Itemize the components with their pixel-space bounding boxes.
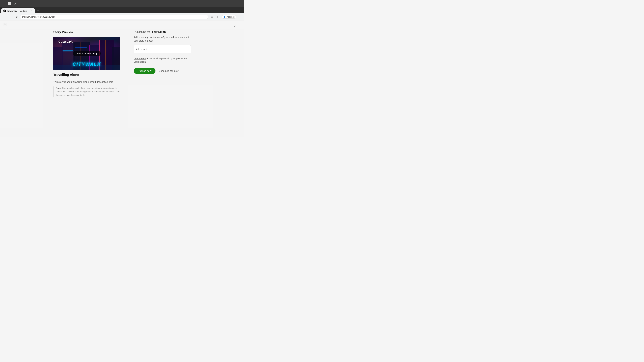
publish-actions: Publish now Schedule for later <box>134 68 191 74</box>
bookmark-button[interactable]: ☆ <box>210 14 214 19</box>
back-button[interactable]: ← <box>2 14 7 19</box>
address-input[interactable] <box>20 14 208 19</box>
story-note-label: Note: <box>56 87 62 89</box>
learn-more-text: Learn more about what happens to your po… <box>134 57 191 64</box>
topic-input[interactable] <box>134 45 191 53</box>
publishing-to-label: Publishing to: <box>134 30 150 33</box>
new-tab-button[interactable]: + <box>36 8 40 13</box>
page-content: M × Story Preview <box>0 20 244 137</box>
tab-favicon: M <box>3 9 6 12</box>
tab-title: New story – Medium <box>8 10 29 12</box>
forward-button[interactable]: → <box>8 14 13 19</box>
schedule-later-button[interactable]: Schedule for later <box>159 68 178 74</box>
active-tab[interactable]: M New story – Medium ✕ <box>1 8 35 13</box>
window-close[interactable]: ✕ <box>13 1 18 6</box>
window-controls: — ⬜ ✕ <box>2 1 18 6</box>
learn-more-link[interactable]: Learn more <box>134 57 146 60</box>
tab-bar: M New story – Medium ✕ + <box>0 7 244 13</box>
browser-chrome: — ⬜ ✕ <box>0 0 244 7</box>
address-bar: ← → ↻ ☆ ⊞ 👤 Incognito ⋮ <box>0 13 244 20</box>
change-preview-image-button[interactable]: Change preview image <box>73 51 101 56</box>
menu-button[interactable]: ⋮ <box>238 14 242 19</box>
story-note-content: Changes here will affect how your story … <box>56 87 120 96</box>
publishing-to-text: Publishing to: Fely Smith <box>134 30 191 33</box>
story-description: This story is about travelling alone, in… <box>53 80 120 84</box>
cocacola-text: Coca-Cola <box>58 40 73 43</box>
topics-description: Add or change topics (up to 5) so reader… <box>134 35 191 42</box>
incognito-badge: 👤 Incognito <box>222 15 236 18</box>
citywalk-text: CITYWALK <box>72 61 101 67</box>
story-note: Note: Changes here will affect how your … <box>53 86 120 97</box>
tab-close-button[interactable]: ✕ <box>30 9 33 12</box>
svg-rect-12 <box>75 47 87 48</box>
publishing-panel: Publishing to: Fely Smith Add or change … <box>134 30 191 97</box>
modal-overlay: × Story Preview <box>0 20 244 137</box>
window-minimize[interactable]: — <box>2 1 7 6</box>
incognito-label: Incognito <box>226 16 234 18</box>
author-name: Fely Smith <box>152 30 166 33</box>
modal-close-button[interactable]: × <box>232 24 238 29</box>
sidebar-button[interactable]: ⊞ <box>216 14 220 19</box>
story-preview-heading: Story Preview <box>53 30 120 34</box>
story-title: Travelling Alone <box>53 73 120 77</box>
window-maximize[interactable]: ⬜ <box>8 1 12 6</box>
modal-body: Story Preview <box>46 27 198 100</box>
reload-button[interactable]: ↻ <box>14 14 19 19</box>
svg-rect-11 <box>62 50 72 51</box>
publish-now-button[interactable]: Publish now <box>134 68 156 74</box>
preview-image-container[interactable]: Coca-Cola CITYWALK Change preview image <box>53 37 120 70</box>
address-actions: ☆ ⊞ 👤 Incognito ⋮ <box>210 14 242 19</box>
story-preview-panel: Story Preview <box>53 30 120 97</box>
